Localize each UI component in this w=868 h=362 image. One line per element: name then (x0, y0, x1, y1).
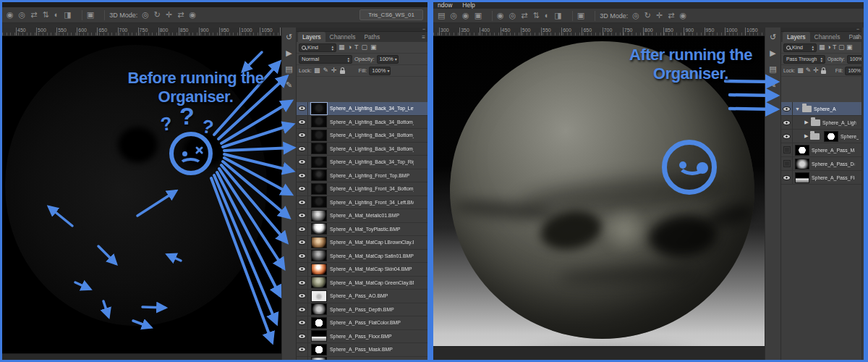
adjustment-filter-icon[interactable]: ◑ (827, 44, 830, 51)
fill-input[interactable]: 100%▾ (369, 67, 391, 75)
layer-thumbnail[interactable] (311, 303, 327, 315)
layer-thumbnail[interactable] (311, 169, 327, 181)
roll-3d-icon[interactable]: ◎ (509, 12, 516, 20)
visibility-toggle[interactable] (297, 290, 308, 303)
layer-name[interactable]: Sphere_A_Pass_FlatColor.BMP (330, 319, 401, 326)
visibility-toggle[interactable] (297, 143, 308, 156)
visibility-toggle[interactable] (781, 143, 793, 156)
lock-transparency-icon[interactable]: ▩ (797, 67, 804, 74)
drag-3d-icon[interactable]: ⇄ (30, 11, 37, 19)
layer-row[interactable]: Sphere_A_Pass_Mask (781, 143, 861, 157)
layer-name[interactable]: Sphere_A_Lighting_Front_34_Left.BMP (330, 199, 414, 206)
layer-thumbnail[interactable] (311, 357, 327, 360)
layer-row[interactable]: Sphere_A_Lighting_Back_34_Bottom_Right.B… (297, 143, 427, 156)
layer-name[interactable]: Sphere_A_Mat_MatCap GreenClay.BMP (330, 279, 414, 286)
layer-row[interactable]: Sphere_A_Lighting_Front_34_Left.BMP (297, 196, 427, 210)
flip-3d-icon[interactable]: ◨ (554, 12, 561, 20)
layer-row[interactable]: Sphere_A_Lighting_Back_34_Bottom_Center.… (297, 116, 427, 130)
menu-item-help[interactable]: Help (462, 2, 475, 9)
visibility-toggle[interactable] (297, 316, 308, 329)
layer-thumbnail[interactable] (311, 344, 327, 355)
visibility-toggle[interactable] (781, 171, 793, 184)
pan-mode-icon[interactable]: ✛ (166, 11, 172, 19)
visibility-toggle[interactable] (297, 250, 308, 263)
smart-object-filter-icon[interactable]: ▣ (846, 44, 853, 51)
layer-name[interactable]: Sphere_A_Lighting_Front_Top.BMP (330, 172, 409, 179)
open-doc-icon[interactable]: ▤ (438, 12, 445, 20)
orbit-tool-icon[interactable]: ◉ (462, 12, 469, 20)
slide-mode-icon[interactable]: ⇄ (668, 12, 674, 20)
tab-channels[interactable]: Channels (326, 32, 360, 42)
layer-thumbnail[interactable] (311, 237, 327, 248)
panel-scrollbar[interactable] (861, 28, 864, 360)
flip-3d-icon[interactable]: ◨ (64, 11, 71, 19)
expander-closed-icon[interactable]: ▶ (804, 119, 808, 125)
layer-row[interactable]: Sphere_A_Pass_Depth (781, 157, 861, 171)
layer-name[interactable]: Sphere_A_Mat_MatCap Satin01.BMP (330, 253, 414, 259)
visibility-toggle[interactable] (297, 343, 308, 356)
pixel-layer-filter-icon[interactable]: ▦ (339, 44, 345, 51)
layer-row[interactable]: ▼Sphere_A (781, 102, 861, 116)
layer-name[interactable]: Sphere_A_Lighting_Back_34_Bottom_Right.B… (330, 146, 414, 152)
camera-mode-icon[interactable]: ◉ (189, 11, 196, 19)
layer-thumbnail[interactable] (824, 131, 838, 142)
expander-open-icon[interactable]: ▼ (795, 106, 800, 111)
visibility-toggle[interactable] (781, 102, 793, 115)
visibility-toggle[interactable] (297, 277, 308, 290)
visibility-toggle[interactable] (297, 196, 308, 209)
layer-row[interactable]: Sphere_A_Lighting_Back_34_Top_Right.BMP (297, 156, 427, 169)
filter-kind-select[interactable]: Kind (299, 43, 336, 52)
layer-name[interactable]: Sphere_A (814, 106, 836, 112)
orbit-mode-icon[interactable]: ◎ (142, 11, 149, 19)
layer-row[interactable]: Sphere_A_Mat_Metalic01.BMP (297, 209, 427, 223)
visibility-toggle[interactable] (297, 357, 308, 361)
layer-name[interactable]: Sphere_A_Pass_Mask.BMP (330, 346, 393, 353)
layer-name[interactable]: Sphere_A_Mat_Metalic01.BMP (330, 212, 399, 219)
blend-mode-select[interactable]: Pass Through (783, 55, 825, 64)
menu-item-ndow[interactable]: ndow (438, 2, 452, 9)
layer-row[interactable]: Sphere_A_Lighting_Front_Top.BMP (297, 169, 427, 183)
blend-mode-select[interactable]: Normal (299, 55, 352, 64)
drag-3d-icon[interactable]: ⇄ (521, 12, 527, 20)
layer-name[interactable]: Sphere_A_Lighting_Back_34_Bottom_Left.BM… (330, 132, 414, 138)
layer-row[interactable]: Sphere_A_Pass_Floor.BMP (297, 330, 427, 344)
lock-transparency-icon[interactable]: ▩ (314, 67, 320, 74)
layer-row[interactable]: Sphere_A_Pass_Mask.BMP (297, 343, 427, 357)
lock-all-icon[interactable] (340, 70, 345, 74)
visibility-toggle[interactable] (297, 223, 308, 236)
visibility-toggle[interactable] (297, 169, 308, 182)
lock-position-icon[interactable]: ✛ (813, 67, 819, 74)
visibility-toggle[interactable] (297, 236, 308, 249)
layer-row[interactable]: Sphere_A_Lighting_Back_34_Bottom_Left.BM… (297, 129, 427, 143)
layer-thumbnail[interactable] (795, 172, 809, 183)
roll-mode-icon[interactable]: ↻ (154, 11, 161, 19)
visibility-toggle[interactable] (297, 330, 308, 343)
slide-mode-icon[interactable]: ⇄ (177, 11, 184, 19)
layer-row[interactable]: Sphere_A_Mat_MatCap LBrownClay.BMP (297, 236, 427, 250)
layer-thumbnail[interactable] (311, 196, 327, 208)
rotate-view-icon[interactable]: ◎ (450, 12, 457, 20)
layer-name[interactable]: Sphere_A_Lighting_Front_34_Bottom_Right.… (330, 185, 414, 192)
layer-thumbnail[interactable] (311, 290, 327, 302)
layer-name[interactable]: Sphere_A_Pass_Depth.BMP (330, 306, 394, 313)
layer-name[interactable]: Sphere_A_Lighting_Back_34_Bottom_Center.… (330, 119, 414, 125)
layer-name[interactable]: Sphere_A_Diffuse (841, 133, 859, 140)
type-filter-icon[interactable]: T (354, 44, 359, 51)
layer-thumbnail[interactable] (311, 330, 327, 342)
layer-thumbnail[interactable] (311, 103, 327, 114)
window-titlebar[interactable] (2, 2, 427, 7)
layer-row[interactable]: Sphere_A_Mat_MatCap GreenClay.BMP (297, 277, 427, 290)
lock-pixels-icon[interactable]: ✎ (806, 67, 812, 74)
expander-closed-icon[interactable]: ▶ (804, 133, 808, 139)
layer-name[interactable]: Sphere_A_Pass_Depth (812, 161, 854, 167)
layer-row[interactable]: Sphere_A_Pass_Depth.BMP (297, 303, 427, 317)
smart-object-filter-icon[interactable]: ▣ (370, 44, 377, 51)
visibility-toggle[interactable] (297, 263, 308, 276)
layer-row[interactable]: Sphere_A_Mat_MatCap Satin01.BMP (297, 250, 427, 264)
layer-thumbnail[interactable] (311, 250, 327, 261)
layer-row[interactable]: ▶Sphere_A_LightingLayers (781, 116, 861, 130)
actions-panel-icon[interactable]: ▶ (286, 49, 292, 57)
layer-name[interactable]: Sphere_A_Mat_MatCap LBrownClay.BMP (330, 239, 414, 245)
orbit-3d-icon[interactable]: ◉ (7, 11, 14, 19)
visibility-toggle[interactable] (297, 182, 308, 195)
